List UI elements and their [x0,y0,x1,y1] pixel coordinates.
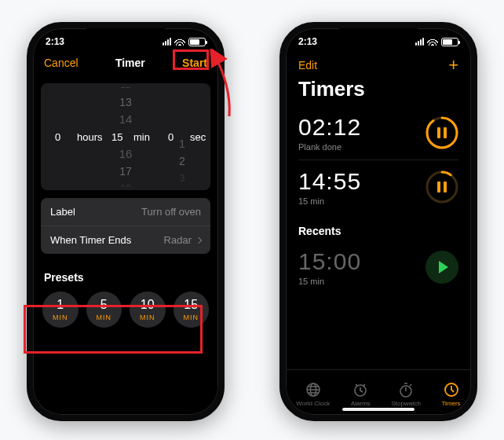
chevron-right-icon [195,236,202,243]
row-label[interactable]: Label Turn off oven [41,198,210,226]
preset-button[interactable]: 15 MIN [173,292,210,328]
alarm-icon [352,382,368,398]
globe-icon [305,382,321,398]
edit-button[interactable]: Edit [298,59,317,72]
pause-button[interactable] [425,116,458,149]
battery-icon [441,38,458,46]
pause-button[interactable] [425,170,458,204]
phone-timer-setup: 2:13 Cancel Timer Start [27,22,225,421]
timer-time: 02:12 [298,114,361,141]
row-ends-value: Radar [164,234,192,246]
timer-label: 15 min [298,196,361,206]
tab-timers[interactable]: Timers [441,382,460,407]
status-indicators [163,38,206,46]
row-when-timer-ends[interactable]: When Timer Ends Radar [41,226,210,254]
nav-bar: Edit + [286,50,471,75]
tab-stopwatch[interactable]: Stopwatch [391,382,420,407]
cellular-icon [415,38,424,46]
timer-item[interactable]: 14:55 15 min [298,160,458,214]
row-ends-key: When Timer Ends [50,234,131,246]
cellular-icon [163,38,171,46]
tab-world-clock[interactable]: World Clock [296,382,330,407]
play-button[interactable] [425,251,458,284]
duration-picker[interactable]: 12 13 14 . 16 17 18 . [41,83,210,190]
recent-item[interactable]: 15:00 15 min [298,240,458,294]
add-button[interactable]: + [448,57,458,74]
presets-row: 1 MIN 5 MIN 10 MIN 15 MIN [33,292,218,342]
timer-time: 14:55 [298,168,361,195]
active-timers: 02:12 Plank done 14:55 15 min [286,106,471,214]
phone-timers-list: 2:13 Edit + Timers 02:12 Pl [279,22,477,421]
tab-alarms[interactable]: Alarms [351,382,371,407]
preset-button[interactable]: 10 MIN [130,292,166,328]
start-button[interactable]: Start [182,57,207,69]
timer-item[interactable]: 02:12 Plank done [298,106,458,160]
wifi-icon [427,38,438,46]
cancel-button[interactable]: Cancel [44,57,79,69]
nav-bar: Cancel Timer Start [33,50,218,72]
notch [339,28,418,46]
preset-button[interactable]: 5 MIN [86,292,122,328]
status-time: 2:13 [298,36,317,47]
stopwatch-icon [398,382,414,398]
home-indicator[interactable] [342,408,415,411]
row-label-key: Label [50,206,75,218]
play-icon [439,261,448,273]
preset-button[interactable]: 1 MIN [42,292,79,328]
presets-title: Presets [44,271,207,284]
status-time: 2:13 [46,36,64,47]
recents-title: Recents [286,214,471,240]
svg-point-2 [427,172,457,202]
notch [86,28,165,46]
recent-time: 15:00 [298,248,361,275]
row-label-value: Turn off oven [141,206,201,218]
battery-icon [188,38,206,46]
timer-icon [444,382,459,398]
recent-timers: 15:00 15 min [286,240,471,294]
page-title: Timers [286,75,471,106]
svg-point-1 [427,118,457,148]
recent-label: 15 min [298,277,361,286]
options-list: Label Turn off oven When Timer Ends Rada… [41,198,210,254]
timer-label: Plank done [298,142,361,152]
status-indicators [415,38,458,46]
nav-title: Timer [115,57,145,69]
wifi-icon [174,38,185,46]
